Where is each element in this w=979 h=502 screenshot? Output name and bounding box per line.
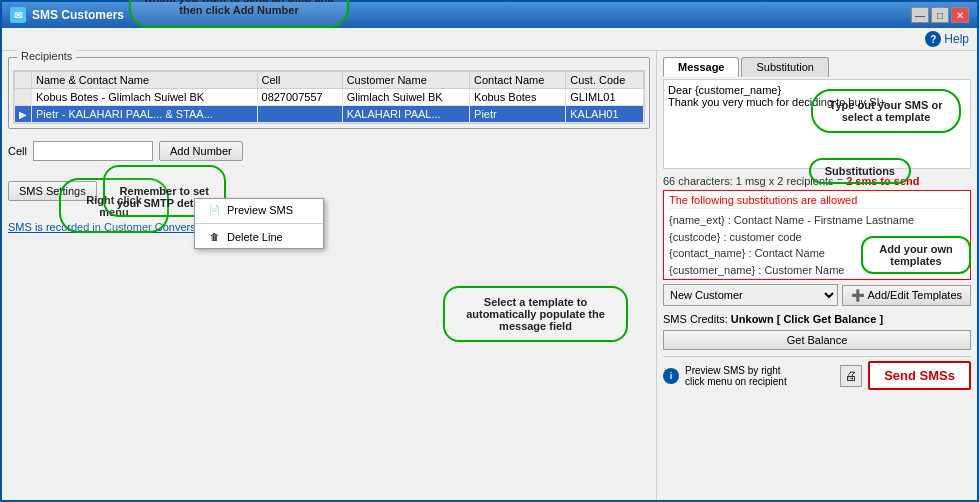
sms-settings-button[interactable]: SMS Settings — [8, 181, 97, 201]
preview-info: Preview SMS by right click menu on recip… — [685, 365, 834, 387]
preview-sms-icon: 📄 — [207, 203, 221, 217]
app-icon: ✉ — [10, 7, 26, 23]
footer-link[interactable]: SMS is recorded in Customer Conversation… — [8, 221, 650, 233]
row-customer: KALAHARI PAAL... — [342, 106, 469, 123]
message-textarea[interactable]: Dear {customer_name} Thank you very much… — [663, 79, 971, 169]
main-content: Recipients Name & Contact Name Cell Cust… — [2, 51, 977, 500]
row-name: Pietr - KALAHARI PAAL... & STAA... — [32, 106, 258, 123]
row-cell: 0827007557 — [257, 89, 342, 106]
recipients-label: Recipients — [17, 50, 76, 62]
context-delete-label: Delete Line — [227, 231, 283, 243]
window-title: SMS Customers — [32, 8, 124, 22]
help-icon: ? — [925, 31, 941, 47]
recipients-table: Name & Contact Name Cell Customer Name C… — [14, 71, 644, 123]
row-arrow: ▶ — [15, 106, 32, 123]
title-bar-left: ✉ SMS Customers — [10, 7, 124, 23]
preview-text: Preview SMS by right click menu on recip… — [685, 365, 787, 387]
subst-item: {contact_name} : Contact Name — [669, 245, 965, 262]
tab-message[interactable]: Message — [663, 57, 739, 77]
subst-item: {firstname} : Customer Firstn... — [669, 278, 965, 280]
bottom-area: Cell Add Number SMS Settings Remember to… — [8, 137, 650, 233]
subst-item: {customer_name} : Customer Name — [669, 262, 965, 279]
credits-row: SMS Credits: Unkown [ Click Get Balance … — [663, 313, 971, 325]
col-contact: Contact Name — [470, 72, 566, 89]
row-arrow — [15, 89, 32, 106]
cell-row: Cell Add Number — [8, 141, 650, 161]
title-bar: ✉ SMS Customers — □ ✕ — [2, 2, 977, 28]
col-customer: Customer Name — [342, 72, 469, 89]
message-tabs: Message Substitution — [663, 57, 971, 77]
context-separator — [195, 223, 323, 224]
send-row: i Preview SMS by right click menu on rec… — [663, 356, 971, 390]
add-number-button[interactable]: Add Number — [159, 141, 243, 161]
row-cell — [257, 106, 342, 123]
add-edit-label: Add/Edit Templates — [867, 289, 962, 301]
col-arrow — [15, 72, 32, 89]
subst-item: {custcode} : customer code — [669, 229, 965, 246]
credits-label: SMS Credits: — [663, 313, 728, 325]
help-label: Help — [944, 32, 969, 46]
row-custcode: GLIML01 — [566, 89, 644, 106]
subst-area: Substitutions The following substitution… — [663, 190, 971, 280]
col-name: Name & Contact Name — [32, 72, 258, 89]
send-sms-button[interactable]: Send SMSs — [868, 361, 971, 390]
col-cell: Cell — [257, 72, 342, 89]
recipients-group: Recipients Name & Contact Name Cell Cust… — [8, 57, 650, 129]
settings-row: SMS Settings Remember to set your SMTP d… — [8, 165, 650, 217]
main-window: ✉ SMS Customers — □ ✕ ? Help Recipients — [0, 0, 979, 502]
maximize-button[interactable]: □ — [931, 7, 949, 23]
right-panel: Message Substitution Dear {customer_name… — [657, 51, 977, 500]
context-delete-line[interactable]: 🗑 Delete Line — [195, 226, 323, 248]
table-row[interactable]: Kobus Botes - Glimlach Suiwel BK 0827007… — [15, 89, 644, 106]
credits-unknown: Unkown [ Click Get Balance ] — [731, 313, 883, 325]
subst-item: {name_ext} : Contact Name - Firstname La… — [669, 212, 965, 229]
close-button[interactable]: ✕ — [951, 7, 969, 23]
cell-label: Cell — [8, 145, 27, 157]
help-button[interactable]: ? Help — [925, 31, 969, 47]
delete-line-icon: 🗑 — [207, 230, 221, 244]
left-panel: Recipients Name & Contact Name Cell Cust… — [2, 51, 657, 500]
row-name: Kobus Botes - Glimlach Suiwel BK — [32, 89, 258, 106]
table-header-row: Name & Contact Name Cell Customer Name C… — [15, 72, 644, 89]
minimize-button[interactable]: — — [911, 7, 929, 23]
add-icon: ➕ — [851, 289, 865, 301]
get-balance-button[interactable]: Get Balance — [663, 330, 971, 350]
row-customer: Glimlach Suiwel BK — [342, 89, 469, 106]
context-preview-sms[interactable]: 📄 Preview SMS — [195, 199, 323, 221]
printer-icon: 🖨 — [840, 365, 862, 387]
template-select[interactable]: New Customer — [663, 284, 838, 306]
row-contact: Kobus Botes — [470, 89, 566, 106]
help-bar: ? Help — [2, 28, 977, 51]
message-area: Dear {customer_name} Thank you very much… — [663, 79, 971, 172]
substitutions-box: The following substitutions are allowed … — [663, 190, 971, 280]
subst-header: The following substitutions are allowed — [669, 194, 965, 209]
cell-input[interactable] — [33, 141, 153, 161]
recipients-table-container: Name & Contact Name Cell Customer Name C… — [13, 70, 645, 124]
info-icon: i — [663, 368, 679, 384]
add-edit-templates-button[interactable]: ➕ Add/Edit Templates — [842, 285, 971, 306]
char-info: 66 characters: 1 msg x 2 recipients = 2 … — [663, 175, 971, 187]
context-menu: 📄 Preview SMS 🗑 Delete Line — [194, 198, 324, 249]
table-row[interactable]: ▶ Pietr - KALAHARI PAAL... & STAA... KAL… — [15, 106, 644, 123]
sms-icon: ✉ — [14, 10, 22, 21]
col-custcode: Cust. Code — [566, 72, 644, 89]
context-preview-label: Preview SMS — [227, 204, 293, 216]
template-row: New Customer ➕ Add/Edit Templates Add yo… — [663, 284, 971, 306]
sms-count: 2 sms to send — [846, 175, 919, 187]
tab-substitution[interactable]: Substitution — [741, 57, 828, 77]
row-custcode: KALAH01 — [566, 106, 644, 123]
row-contact: Pietr — [470, 106, 566, 123]
title-bar-buttons: — □ ✕ — [911, 7, 969, 23]
